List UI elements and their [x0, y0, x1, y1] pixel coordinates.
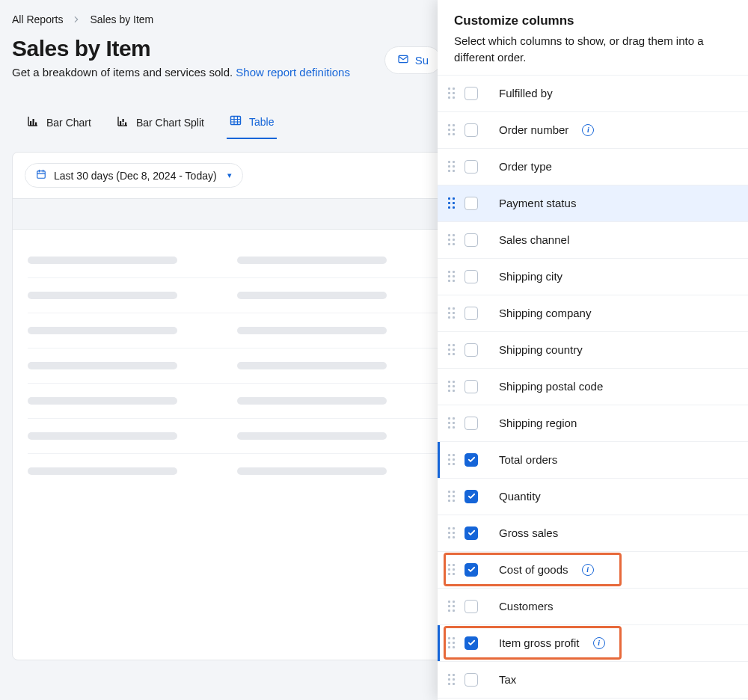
drag-handle-icon[interactable] — [448, 381, 456, 393]
column-option[interactable]: Shipping postal code — [438, 369, 748, 405]
tab-label: Bar Chart — [46, 117, 91, 129]
column-checkbox[interactable] — [465, 380, 478, 393]
svg-rect-9 — [37, 171, 46, 179]
show-definitions-link[interactable]: Show report definitions — [236, 66, 350, 79]
drag-handle-icon[interactable] — [448, 124, 456, 136]
column-label: Cost of goods — [499, 563, 568, 576]
tab-label: Bar Chart Split — [136, 117, 204, 129]
column-checkbox[interactable] — [465, 526, 478, 540]
info-icon[interactable]: i — [593, 637, 605, 649]
svg-rect-3 — [35, 123, 37, 126]
column-checkbox[interactable] — [465, 600, 478, 613]
column-label: Tax — [499, 673, 516, 686]
column-option[interactable]: Order numberi — [438, 112, 748, 149]
table-icon — [230, 114, 242, 129]
breadcrumb-root[interactable]: All Reports — [12, 13, 63, 25]
drag-handle-icon[interactable] — [448, 88, 456, 99]
date-range-filter[interactable]: Last 30 days (Dec 8, 2024 - Today) ▾ — [25, 163, 243, 188]
column-label: Item gross profit — [499, 636, 580, 649]
mail-icon — [397, 53, 409, 67]
subscribe-button[interactable]: Su — [384, 46, 441, 74]
panel-description: Select which columns to show, or drag th… — [454, 33, 732, 66]
column-option[interactable]: Total orders — [438, 442, 748, 479]
column-label: Shipping country — [499, 343, 583, 356]
column-list[interactable]: Fulfilled byOrder numberiOrder typePayme… — [438, 75, 748, 701]
tab-bar-chart-split[interactable]: Bar Chart Split — [114, 107, 207, 139]
drag-handle-icon[interactable] — [448, 564, 456, 576]
drag-handle-icon[interactable] — [448, 637, 456, 649]
svg-rect-4 — [120, 121, 121, 126]
column-checkbox[interactable] — [465, 270, 478, 283]
date-range-label: Last 30 days (Dec 8, 2024 - Today) — [54, 170, 217, 182]
column-option[interactable]: Gross sales — [438, 515, 748, 552]
column-option[interactable]: Shipping company — [438, 295, 748, 332]
column-label: Shipping company — [499, 307, 591, 319]
column-option[interactable]: Cost of goodsi — [438, 552, 748, 589]
drag-handle-icon[interactable] — [448, 271, 456, 283]
column-checkbox[interactable] — [465, 197, 478, 210]
column-option[interactable]: Order type — [438, 149, 748, 185]
column-checkbox[interactable] — [465, 233, 478, 247]
chevron-right-icon — [73, 13, 79, 25]
column-option[interactable]: Sales channel — [438, 222, 748, 259]
info-icon[interactable]: i — [582, 564, 594, 576]
customize-columns-panel: Customize columns Select which columns t… — [438, 0, 748, 700]
column-option[interactable]: Quantity — [438, 479, 748, 515]
column-checkbox[interactable] — [465, 87, 478, 100]
breadcrumb-current: Sales by Item — [90, 13, 153, 25]
column-option[interactable]: Payment status — [438, 185, 748, 222]
svg-rect-1 — [30, 121, 31, 126]
column-checkbox[interactable] — [465, 490, 478, 503]
column-option[interactable]: Shipping region — [438, 405, 748, 442]
column-checkbox[interactable] — [465, 343, 478, 357]
bar-chart-split-icon — [117, 115, 129, 129]
page-root: All Reports Sales by Item Sales by Item … — [0, 0, 748, 700]
svg-rect-8 — [230, 117, 240, 125]
drag-handle-icon[interactable] — [448, 417, 456, 429]
column-checkbox[interactable] — [465, 453, 478, 467]
column-checkbox[interactable] — [465, 160, 478, 174]
column-option[interactable]: Customers — [438, 589, 748, 625]
panel-title: Customize columns — [454, 13, 732, 28]
tab-label: Table — [249, 116, 274, 128]
column-option[interactable]: Fulfilled by — [438, 76, 748, 112]
column-option[interactable]: Shipping country — [438, 332, 748, 369]
drag-handle-icon[interactable] — [448, 161, 456, 173]
column-checkbox[interactable] — [465, 123, 478, 137]
tab-bar-chart[interactable]: Bar Chart — [24, 107, 94, 139]
column-checkbox[interactable] — [465, 636, 478, 650]
calendar-icon — [36, 169, 46, 182]
column-label: Order number — [499, 123, 568, 136]
column-label: Shipping city — [499, 270, 562, 283]
info-icon[interactable]: i — [582, 124, 594, 136]
column-option[interactable]: Tax — [438, 662, 748, 699]
column-option[interactable]: Item gross profiti — [438, 625, 748, 662]
svg-rect-5 — [122, 119, 123, 122]
column-checkbox[interactable] — [465, 307, 478, 320]
drag-handle-icon[interactable] — [448, 344, 456, 356]
drag-handle-icon[interactable] — [448, 527, 456, 539]
column-label: Shipping postal code — [499, 380, 603, 393]
bar-chart-icon — [27, 115, 39, 129]
column-label: Fulfilled by — [499, 87, 553, 99]
drag-handle-icon[interactable] — [448, 674, 456, 686]
chevron-down-icon: ▾ — [227, 171, 232, 180]
column-option[interactable]: Shipping city — [438, 259, 748, 295]
drag-handle-icon[interactable] — [448, 234, 456, 246]
column-checkbox[interactable] — [465, 563, 478, 577]
drag-handle-icon[interactable] — [448, 491, 456, 503]
drag-handle-icon[interactable] — [448, 601, 456, 612]
column-checkbox[interactable] — [465, 673, 478, 687]
svg-rect-6 — [122, 123, 123, 126]
column-label: Customers — [499, 600, 554, 612]
drag-handle-icon[interactable] — [448, 197, 456, 209]
column-label: Order type — [499, 160, 552, 173]
tab-table[interactable]: Table — [227, 107, 277, 139]
column-label: Sales channel — [499, 233, 569, 246]
drag-handle-icon[interactable] — [448, 307, 456, 319]
column-checkbox[interactable] — [465, 417, 478, 430]
column-label: Total orders — [499, 453, 557, 466]
drag-handle-icon[interactable] — [448, 454, 456, 466]
svg-rect-7 — [125, 123, 126, 126]
subscribe-label: Su — [415, 54, 429, 67]
